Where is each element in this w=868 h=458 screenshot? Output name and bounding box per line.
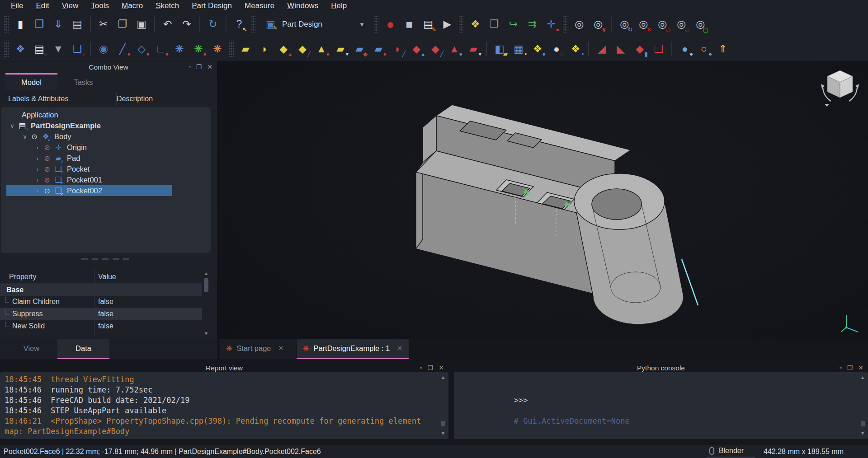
tab-tasks[interactable]: Tasks	[57, 73, 109, 90]
expand-chevron-icon[interactable]: ∨	[8, 122, 16, 129]
tab-data[interactable]: Data	[57, 339, 109, 359]
measure-toggle-linear-button[interactable]: ◎ ▢	[693, 16, 708, 33]
tree-item[interactable]: Application	[1, 109, 211, 120]
scrollbar-thumb[interactable]	[204, 278, 208, 292]
menu-item[interactable]: File	[5, 1, 29, 10]
expand-chevron-icon[interactable]: ›	[33, 187, 42, 194]
new-file-button[interactable]: ▮	[13, 16, 28, 33]
menu-item[interactable]: Macro	[115, 1, 149, 10]
make-sub-link-button[interactable]: ⇉	[524, 16, 540, 33]
additive-helix-button[interactable]: ▲ ●	[314, 40, 329, 57]
scroll-up-icon[interactable]: ▴	[205, 270, 208, 276]
tree-item[interactable]: › ⊘ ▰✓ Pad	[1, 153, 211, 164]
tree-item[interactable]: ∨ ⊙ ❖✓ Body	[1, 131, 211, 142]
menu-item[interactable]: Part Design	[185, 1, 238, 10]
undo-button[interactable]: ↶	[160, 16, 175, 33]
property-value[interactable]: false	[94, 310, 113, 318]
minimize-icon[interactable]: ▫	[840, 364, 842, 371]
tab-view[interactable]: View	[5, 339, 57, 359]
navigation-style-selector[interactable]: Blender	[707, 446, 755, 458]
linear-pattern-button[interactable]: ▦ ▪	[511, 40, 526, 57]
property-scrollbar[interactable]: ▴ ▾	[202, 270, 210, 336]
property-group-base[interactable]: Base	[0, 284, 202, 296]
report-view-log[interactable]: 18:45:45 thread ViewFitting 18:45:46 run…	[0, 372, 448, 439]
make-link-button[interactable]: ↪	[505, 16, 521, 33]
scroll-down-icon[interactable]: ▾	[205, 330, 208, 336]
toolbar-grip[interactable]	[459, 16, 463, 33]
minimize-icon[interactable]: ▫	[189, 63, 191, 70]
toolbar-grip[interactable]	[374, 16, 378, 33]
document-tab[interactable]: ❋ PartDesignExample : 1 ✕	[297, 339, 409, 359]
create-body-button[interactable]: ❖	[13, 40, 28, 57]
macro-edit-button[interactable]: ▤ ✎	[420, 16, 436, 33]
subtractive-helix-button[interactable]: ▲ ●	[447, 40, 462, 57]
menu-item[interactable]: Tools	[85, 1, 115, 10]
scrollbar-thumb[interactable]	[441, 421, 445, 426]
float-icon[interactable]: ❐	[196, 63, 202, 70]
close-icon[interactable]: ✕	[439, 364, 444, 371]
additive-pipe-button[interactable]: ◆ ╱	[295, 40, 310, 57]
local-coordinate-system-button[interactable]: ∟ ●	[153, 40, 168, 57]
mirrored-button[interactable]: ◧ ▰	[492, 40, 507, 57]
macro-stop-button[interactable]: ■	[401, 16, 417, 33]
toolbar-grip[interactable]	[563, 16, 567, 33]
menu-item[interactable]: Measure	[238, 1, 281, 10]
scrollbar-thumb[interactable]	[861, 421, 865, 426]
groove-button[interactable]: ◗ ╱	[390, 40, 405, 57]
report-scrollbar[interactable]: ▴ ▾	[439, 374, 447, 436]
expand-chevron-icon[interactable]: ›	[33, 155, 42, 162]
create-sketch-button[interactable]: ▤ ○	[32, 40, 47, 57]
labels-attributes-header[interactable]: Labels & Attributes	[0, 95, 108, 103]
value-header[interactable]: Value	[94, 273, 116, 281]
additive-primitive-button[interactable]: ▰ ▾	[333, 40, 348, 57]
thickness-button[interactable]: ❏	[651, 40, 666, 57]
clone-button[interactable]: ❋	[210, 40, 225, 57]
description-header[interactable]: Description	[108, 95, 153, 103]
float-icon[interactable]: ❐	[428, 364, 434, 371]
property-row[interactable]: Claim Children false	[0, 296, 202, 308]
cad-model[interactable]	[217, 61, 868, 339]
fillet-button[interactable]: ◢	[594, 40, 609, 57]
cut-button[interactable]: ✂	[96, 16, 111, 33]
tab-model[interactable]: Model	[5, 73, 57, 90]
boolean-operation-button[interactable]: ● ●	[677, 40, 693, 57]
migrate-button[interactable]: ⇑	[715, 40, 731, 57]
edit-sketch-button[interactable]: ❏ ○	[70, 40, 85, 57]
expand-chevron-icon[interactable]: ∨	[21, 133, 29, 140]
sub-shape-binder-button[interactable]: ❋ ●	[191, 40, 206, 57]
float-icon[interactable]: ❐	[847, 364, 853, 371]
measure-angular-button[interactable]: ◎ ∨	[590, 16, 606, 33]
paste-button[interactable]: ▣	[134, 16, 149, 33]
datum-point-button[interactable]: ◉	[96, 40, 111, 57]
datum-plane-button[interactable]: ◇ ●	[134, 40, 149, 57]
workbench-selector[interactable]: ▣ ✎ Part Design ▾	[261, 15, 368, 33]
expand-chevron-icon[interactable]: ›	[33, 166, 42, 173]
open-file-button[interactable]: ❒	[32, 16, 47, 33]
redo-button[interactable]: ↷	[179, 16, 194, 33]
minimize-icon[interactable]: ▫	[420, 364, 422, 371]
draft-button[interactable]: ◆ ▮	[632, 40, 647, 57]
pad-button[interactable]: ▰	[238, 40, 253, 57]
toolbar-grip[interactable]	[4, 16, 9, 33]
close-icon[interactable]: ✕	[278, 345, 284, 352]
close-icon[interactable]: ✕	[858, 364, 863, 371]
multitransform-button[interactable]: ● fx	[549, 40, 564, 57]
property-value[interactable]: false	[94, 298, 113, 306]
menu-item[interactable]: Windows	[281, 1, 325, 10]
measure-toggle-all-button[interactable]: ◎ ◇	[655, 16, 670, 33]
close-icon[interactable]: ✕	[207, 63, 212, 70]
property-row[interactable]: New Solid false	[0, 320, 202, 332]
measure-refresh-button[interactable]: ◎ ↻	[617, 16, 632, 33]
datum-axes-button[interactable]: ✛ ●	[543, 16, 559, 33]
python-console-log[interactable]: >>> # Gui.ActiveDocument=None >>> filena…	[454, 372, 868, 439]
save-button[interactable]: ⇓	[51, 16, 66, 33]
create-part-button[interactable]: ❖	[467, 16, 483, 33]
3d-viewport[interactable]: ❋ Start page ✕ ❋ PartDesignExample : 1 ✕	[217, 61, 868, 359]
console-scrollbar[interactable]: ▴ ▾	[859, 374, 866, 436]
shape-binder-button[interactable]: ❋	[172, 40, 187, 57]
subtractive-loft-button[interactable]: ◆ ▴	[409, 40, 424, 57]
splitter-handle[interactable]	[0, 258, 211, 260]
refresh-button[interactable]: ↻	[205, 16, 221, 33]
macro-play-button[interactable]: ▶	[439, 16, 455, 33]
whats-this-button[interactable]: ? ↖	[231, 16, 247, 33]
